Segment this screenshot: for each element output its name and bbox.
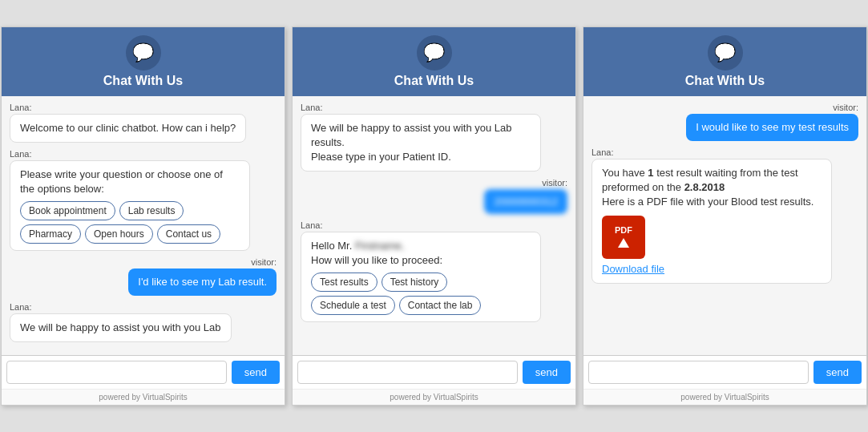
chat-icon-1 <box>126 35 161 71</box>
chat-input-area-1: send <box>2 355 285 389</box>
lab-results-button[interactable]: Lab results <box>119 201 184 220</box>
contact-lab-button[interactable]: Contact the lab <box>399 296 482 315</box>
bubble-lana: We will be happy to assist you with you … <box>301 114 541 172</box>
msg-row: Lana: Please write your question or choo… <box>10 149 277 251</box>
pharmacy-button[interactable]: Pharmacy <box>20 224 81 244</box>
contact-us-button[interactable]: Contact us <box>157 224 220 244</box>
test-history-button[interactable]: Test history <box>382 273 448 292</box>
sender-label-visitor: visitor: <box>10 257 277 267</box>
chat-panel-1: Chat With Us Lana: Welcome to our clinic… <box>1 26 285 406</box>
chat-input-1[interactable] <box>6 361 227 384</box>
chat-input-3[interactable] <box>588 361 809 384</box>
sender-label: Lana: <box>10 103 277 112</box>
chat-title-3: Chat With Us <box>685 74 765 88</box>
powered-by-2: powered by VirtualSpirits <box>293 389 575 405</box>
send-button-2[interactable]: send <box>523 361 571 384</box>
book-appointment-button[interactable]: Book appointment <box>20 201 115 220</box>
msg-row: visitor: I would like to see my test res… <box>591 103 858 141</box>
patient-name-blurred: Firstname, <box>355 239 404 253</box>
powered-by-3: powered by VirtualSpirits <box>583 389 866 405</box>
sender-label: Lana: <box>591 147 858 157</box>
chat-messages-2: Lana: We will be happy to assist you wit… <box>293 96 575 356</box>
chat-header-1: Chat With Us <box>2 27 285 96</box>
sender-label-visitor: visitor: <box>591 103 858 112</box>
patient-id-bubble: 20000000312 <box>484 189 567 214</box>
chat-input-area-3: send <box>583 355 866 389</box>
chat-panels-container: Chat With Us Lana: Welcome to our clinic… <box>1 26 867 406</box>
open-hours-button[interactable]: Open hours <box>85 224 153 244</box>
schedule-test-button[interactable]: Schedule a test <box>311 296 395 315</box>
download-link[interactable]: Download file <box>602 262 822 277</box>
chat-header-3: Chat With Us <box>583 27 866 96</box>
option-buttons-2: Test results Test history Schedule a tes… <box>311 273 531 315</box>
lana-text: Please write your question or choose one… <box>20 168 223 195</box>
svg-rect-0 <box>602 216 645 259</box>
chat-messages-1: Lana: Welcome to our clinic chatbot. How… <box>2 96 285 356</box>
send-button-3[interactable]: send <box>813 361 862 384</box>
chat-panel-3: Chat With Us visitor: I would like to se… <box>583 26 867 406</box>
msg-row: Lana: We will be happy to assist you wit… <box>301 103 567 172</box>
pdf-icon: PDF <box>602 216 645 259</box>
sender-label: Lana: <box>301 103 567 112</box>
option-buttons: Book appointment Lab results Pharmacy Op… <box>20 201 240 244</box>
send-button-1[interactable]: send <box>232 361 280 384</box>
sender-label-visitor: visitor: <box>301 178 567 188</box>
msg-row: visitor: 20000000312 <box>301 178 567 214</box>
chat-icon-3 <box>708 35 743 71</box>
msg-row: Lana: You have 1 test result waiting fro… <box>591 147 858 285</box>
chat-title-1: Chat With Us <box>103 74 183 88</box>
chat-messages-3: visitor: I would like to see my test res… <box>583 96 866 356</box>
pdf-container: PDF Download file <box>602 216 822 277</box>
msg-row: visitor: I'd like to see my Lab result. <box>10 257 277 296</box>
bubble-visitor: I'd like to see my Lab result. <box>128 268 277 296</box>
svg-text:PDF: PDF <box>615 225 632 235</box>
sender-label: Lana: <box>301 220 567 230</box>
sender-label: Lana: <box>10 302 277 312</box>
chat-input-area-2: send <box>293 355 575 389</box>
bubble-lana: Please write your question or choose one… <box>10 160 250 251</box>
chat-header-2: Chat With Us <box>293 27 575 96</box>
bubble-lana: You have 1 test result waiting from the … <box>591 159 832 285</box>
bubble-lana: We will be happy to assist you with you … <box>10 313 232 342</box>
bubble-lana: Hello Mr. Firstname, How will you like t… <box>301 232 541 322</box>
test-results-button[interactable]: Test results <box>311 273 377 292</box>
msg-row: Lana: We will be happy to assist you wit… <box>10 302 277 342</box>
chat-input-2[interactable] <box>297 361 518 384</box>
bubble-visitor: I would like to see my test results <box>686 114 858 141</box>
powered-by-1: powered by VirtualSpirits <box>2 389 285 405</box>
sender-label: Lana: <box>10 149 277 159</box>
chat-title-2: Chat With Us <box>394 74 474 88</box>
bubble-lana: Welcome to our clinic chatbot. How can i… <box>10 114 246 143</box>
msg-row: Lana: Hello Mr. Firstname, How will you … <box>301 220 567 322</box>
chat-panel-2: Chat With Us Lana: We will be happy to a… <box>292 26 576 406</box>
chat-icon-2 <box>417 35 452 71</box>
msg-row: Lana: Welcome to our clinic chatbot. How… <box>10 103 277 143</box>
